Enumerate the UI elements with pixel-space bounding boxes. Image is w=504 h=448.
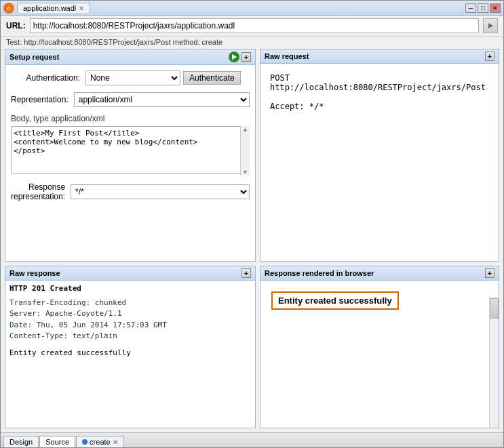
http-status-line: HTTP 201 Created — [9, 283, 251, 295]
test-info: Test: http://localhost:8080/RESTProject/… — [1, 37, 503, 49]
raw-request-text: POST http://localhost:8080/RESTProject/j… — [266, 69, 493, 256]
svg-marker-3 — [232, 54, 237, 60]
svg-marker-2 — [488, 23, 493, 28]
title-bar: A application.wadl ✕ ─ □ ✕ — [1, 1, 503, 16]
minimize-button[interactable]: ─ — [465, 3, 476, 13]
run-button[interactable] — [483, 18, 498, 33]
tab-create[interactable]: create ✕ — [76, 436, 124, 447]
window-controls: ─ □ ✕ — [465, 3, 501, 13]
representation-row: Representation: application/xml applicat… — [11, 92, 250, 107]
response-representation-label: Response representation: — [11, 182, 71, 201]
bottom-tabs: Design Source create ✕ — [1, 432, 503, 447]
body-textarea[interactable]: <title>My First Post</title> <content>We… — [11, 126, 250, 174]
tab-create-close-icon[interactable]: ✕ — [113, 439, 118, 446]
tab-source-label: Source — [45, 438, 69, 446]
browser-response-panel: Response rendered in browser + Entity cr… — [260, 266, 499, 428]
header-transfer: Transfer-Encoding: chunked — [9, 298, 251, 309]
authentication-select[interactable]: None Basic Digest OAuth — [85, 70, 180, 85]
tab-source[interactable]: Source — [39, 436, 75, 447]
app-icon: A — [3, 3, 14, 14]
authenticate-button[interactable]: Authenticate — [183, 71, 241, 85]
raw-request-title: Raw request — [265, 52, 309, 60]
browser-response-body: Entity created successfully — [260, 281, 499, 428]
browser-response-expand-icon[interactable]: + — [485, 268, 495, 278]
url-bar: URL: — [1, 16, 503, 37]
setup-request-title: Setup request — [9, 53, 59, 61]
representation-label: Representation: — [11, 95, 74, 104]
main-content: Setup request + Authentication — [1, 49, 503, 432]
setup-request-header: Setup request + — [5, 49, 255, 65]
setup-request-body: Authentication: None Basic Digest OAuth … — [5, 65, 255, 261]
header-server: Server: Apache-Coyote/1.1 — [9, 308, 251, 320]
raw-request-body: POST http://localhost:8080/RESTProject/j… — [260, 64, 499, 261]
raw-response-expand-icon[interactable]: + — [241, 268, 251, 278]
url-label: URL: — [6, 21, 26, 30]
response-headers: Transfer-Encoding: chunked Server: Apach… — [9, 298, 251, 342]
title-close-icon[interactable]: ✕ — [79, 5, 84, 12]
title-tab-label: application.wadl — [23, 4, 76, 12]
raw-request-expand-icon[interactable]: + — [485, 52, 495, 61]
setup-play-button[interactable] — [229, 52, 239, 62]
response-representation-row: Response representation: */* application… — [11, 182, 250, 201]
title-tab[interactable]: application.wadl ✕ — [17, 3, 90, 13]
url-input[interactable] — [30, 18, 479, 33]
browser-scrollbar-thumb — [490, 298, 499, 319]
header-content-type: Content-Type: text/plain — [9, 331, 251, 342]
raw-request-panel: Raw request + POST http://localhost:8080… — [260, 49, 499, 262]
svg-text:A: A — [7, 5, 11, 12]
raw-response-panel: Raw response + HTTP 201 Created Transfer… — [5, 266, 256, 428]
panels-bottom: Raw response + HTTP 201 Created Transfer… — [5, 266, 499, 428]
raw-request-header: Raw request + — [260, 49, 499, 64]
browser-response-header: Response rendered in browser + — [260, 266, 499, 281]
response-representation-select[interactable]: */* application/xml application/json — [71, 184, 250, 199]
raw-response-title: Raw response — [9, 269, 60, 277]
representation-select[interactable]: application/xml application/json text/pl… — [74, 92, 250, 107]
close-button[interactable]: ✕ — [490, 3, 501, 13]
setup-expand-icon[interactable]: + — [241, 52, 251, 62]
response-body-text: Entity created successfully — [9, 348, 251, 359]
body-scrollbar[interactable]: ▲ ▼ — [240, 126, 250, 176]
panels-top: Setup request + Authentication — [5, 49, 499, 262]
entity-wrapper: Entity created successfully — [260, 281, 499, 321]
raw-response-body: HTTP 201 Created Transfer-Encoding: chun… — [5, 281, 255, 428]
setup-header-left: Setup request — [9, 53, 59, 61]
header-date: Date: Thu, 05 Jun 2014 17:57:03 GMT — [9, 320, 251, 331]
body-label: Body, type application/xml — [11, 114, 250, 123]
authentication-label: Authentication: — [11, 73, 85, 83]
maximize-button[interactable]: □ — [478, 3, 488, 13]
authentication-row: Authentication: None Basic Digest OAuth … — [11, 70, 250, 85]
entity-created-text: Entity created successfully — [271, 291, 399, 310]
browser-response-title: Response rendered in browser — [265, 269, 374, 277]
setup-request-panel: Setup request + Authentication — [5, 49, 256, 262]
tab-create-dot — [82, 439, 88, 445]
title-bar-left: A application.wadl ✕ — [3, 3, 90, 14]
tab-design[interactable]: Design — [3, 436, 39, 447]
test-info-text: Test: http://localhost:8080/RESTProject/… — [6, 38, 222, 46]
tab-create-label: create — [90, 438, 111, 446]
body-section: Body, type application/xml <title>My Fir… — [11, 114, 250, 176]
browser-scrollbar[interactable] — [489, 297, 499, 428]
raw-response-header: Raw response + — [5, 266, 255, 281]
main-window: A application.wadl ✕ ─ □ ✕ URL: Test: ht… — [0, 0, 504, 448]
tab-design-label: Design — [9, 438, 33, 446]
